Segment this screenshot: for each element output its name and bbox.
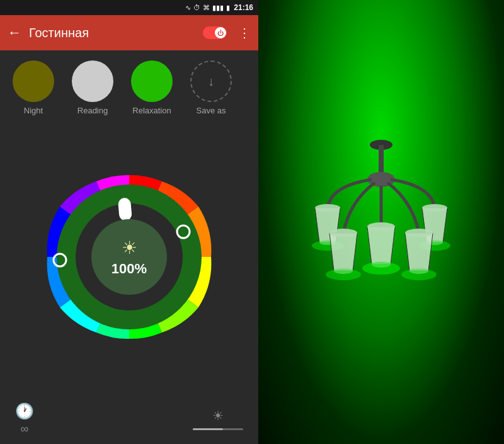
brightness-icon: ☀ [212, 408, 224, 423]
bottom-right-controls: ☀ [193, 408, 243, 430]
sun-center-icon: ☀ [122, 237, 137, 258]
bottom-left-controls: 🕐 ∞ [15, 402, 34, 436]
right-panel [258, 0, 504, 444]
svg-rect-6 [379, 145, 384, 176]
preset-relaxation-circle [131, 60, 173, 102]
top-bar: ← Гостинная ⏻ ⋮ [0, 15, 258, 50]
brightness-slider[interactable] [193, 428, 243, 430]
bluetooth-icon: ∿ [185, 4, 191, 12]
signal-icon: ▮▮▮ [212, 4, 224, 12]
preset-saveas-circle: ↓ [190, 60, 232, 102]
left-panel: ∿ ⏱ ⌘ ▮▮▮ ▮ 21:16 ← Гостинная ⏻ ⋮ Night … [0, 0, 258, 444]
preset-night-circle [13, 60, 54, 102]
svg-point-14 [329, 229, 357, 237]
wheel-center: ☀ 100% [91, 219, 167, 295]
preset-reading-label: Reading [77, 106, 108, 115]
wheel-container[interactable]: ☀ 100% [41, 169, 217, 345]
brightness-slider-fill [193, 428, 223, 430]
preset-saveas-label: Save as [197, 106, 226, 115]
back-button[interactable]: ← [8, 25, 21, 41]
chandelier-image [280, 126, 482, 340]
preset-reading[interactable]: Reading [64, 60, 121, 115]
preset-night[interactable]: Night [5, 60, 62, 115]
bottom-controls: 🕐 ∞ ☀ [0, 394, 258, 444]
svg-point-20 [367, 222, 395, 231]
status-bar: ∿ ⏱ ⌘ ▮▮▮ ▮ 21:16 [0, 0, 258, 15]
color-wheel-area: ☀ 100% [0, 120, 258, 394]
svg-point-22 [362, 262, 400, 275]
more-menu-button[interactable]: ⋮ [238, 25, 251, 40]
lamp-photo [258, 0, 504, 444]
preset-saveas[interactable]: ↓ Save as [183, 60, 239, 115]
preset-reading-circle [72, 60, 113, 102]
preset-relaxation-label: Relaxation [132, 106, 171, 115]
wifi-icon: ⌘ [203, 4, 210, 12]
room-title: Гостинная [29, 26, 195, 40]
battery-icon: ▮ [226, 4, 230, 12]
svg-point-19 [401, 269, 437, 280]
status-time: 21:16 [234, 3, 253, 12]
preset-relaxation[interactable]: Relaxation [123, 60, 180, 115]
svg-point-11 [422, 204, 447, 212]
power-icon: ⏻ [217, 30, 224, 37]
preset-night-label: Night [24, 106, 43, 115]
clock-icon[interactable]: 🕐 [15, 402, 34, 420]
svg-point-17 [405, 229, 433, 237]
svg-point-8 [315, 204, 340, 212]
toggle-track[interactable]: ⏻ [203, 26, 227, 39]
svg-point-16 [326, 269, 361, 280]
infinity-icon: ∞ [21, 423, 29, 436]
power-toggle[interactable]: ⏻ [203, 26, 227, 39]
toggle-knob: ⏻ [215, 27, 226, 38]
alarm-icon: ⏱ [193, 4, 200, 11]
status-icons: ∿ ⏱ ⌘ ▮▮▮ ▮ [185, 4, 230, 12]
download-icon: ↓ [208, 74, 214, 89]
brightness-percent: 100% [112, 261, 147, 277]
presets-row: Night Reading Relaxation ↓ Save as [0, 50, 258, 120]
